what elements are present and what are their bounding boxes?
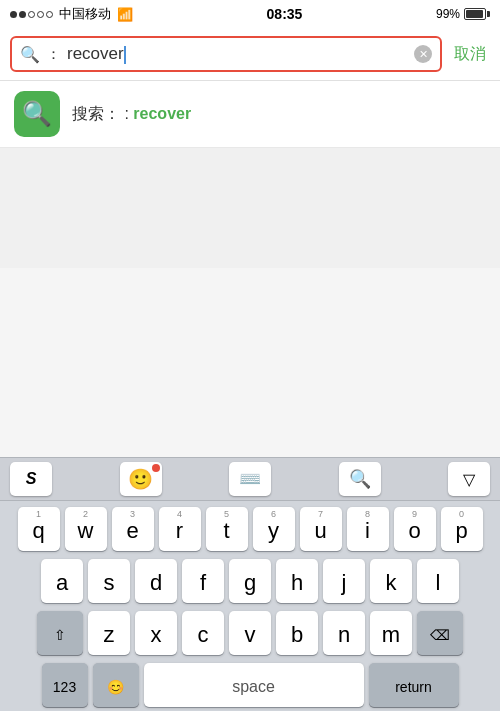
suggestion-icon-box: 🔍 (14, 91, 60, 137)
keyboard-switch-icon: ⌨️ (239, 468, 261, 490)
key-z[interactable]: z (88, 611, 130, 655)
search-text-value: recover (67, 44, 124, 63)
key-s[interactable]: s (88, 559, 130, 603)
hide-keyboard-button[interactable]: ▽ (448, 462, 490, 496)
key-i[interactable]: 8i (347, 507, 389, 551)
key-q[interactable]: 1q (18, 507, 60, 551)
key-x[interactable]: x (135, 611, 177, 655)
dot-1 (10, 11, 17, 18)
key-row-3: ⇧ z x c v b n m ⌫ (3, 611, 497, 655)
key-row-1: 1q 2w 3e 4r 5t 6y 7u 8i 9o 0p (3, 507, 497, 551)
sogou-button[interactable]: S (10, 462, 52, 496)
emoji-icon: 🙂 (128, 467, 153, 491)
suggestion-prefix: 搜索： (72, 105, 120, 122)
key-j[interactable]: j (323, 559, 365, 603)
status-right: 99% (436, 7, 490, 21)
key-r[interactable]: 4r (159, 507, 201, 551)
emoji-badge (152, 464, 160, 472)
clear-button[interactable]: ✕ (414, 45, 432, 63)
suggestion-colon: : (120, 105, 133, 122)
suggestion-item[interactable]: 🔍 搜索： : recover (0, 81, 500, 148)
key-return[interactable]: return (369, 663, 459, 707)
key-w[interactable]: 2w (65, 507, 107, 551)
key-row-2: a s d f g h j k l (3, 559, 497, 603)
cancel-button[interactable]: 取消 (450, 44, 490, 65)
search-input-text[interactable]: recover (67, 44, 408, 64)
suggestion-text: 搜索： : recover (72, 104, 191, 125)
key-f[interactable]: f (182, 559, 224, 603)
key-emoji[interactable]: 😊 (93, 663, 139, 707)
emoji-button[interactable]: 🙂 (120, 462, 162, 496)
search-toolbar-icon: 🔍 (349, 468, 371, 490)
key-h[interactable]: h (276, 559, 318, 603)
battery-fill (466, 10, 483, 18)
battery-icon (464, 8, 490, 20)
search-icon: 🔍 (20, 45, 40, 64)
status-bar: 中国移动 📶 08:35 99% (0, 0, 500, 28)
battery-percent: 99% (436, 7, 460, 21)
key-c[interactable]: c (182, 611, 224, 655)
key-p[interactable]: 0p (441, 507, 483, 551)
dot-4 (37, 11, 44, 18)
battery-tip (487, 11, 490, 17)
dot-3 (28, 11, 35, 18)
key-u[interactable]: 7u (300, 507, 342, 551)
sogou-icon: S (26, 470, 37, 488)
key-row-4: 123 😊 space return (3, 663, 497, 707)
search-input-wrapper[interactable]: 🔍 ： recover ✕ (10, 36, 442, 72)
key-o[interactable]: 9o (394, 507, 436, 551)
key-shift[interactable]: ⇧ (37, 611, 83, 655)
dot-2 (19, 11, 26, 18)
suggestion-area: 🔍 搜索： : recover (0, 81, 500, 148)
main-content-area (0, 148, 500, 268)
keyboard-switch-button[interactable]: ⌨️ (229, 462, 271, 496)
key-k[interactable]: k (370, 559, 412, 603)
key-g[interactable]: g (229, 559, 271, 603)
key-delete[interactable]: ⌫ (417, 611, 463, 655)
search-colon: ： (46, 45, 61, 64)
suggestion-search-icon: 🔍 (22, 100, 52, 128)
search-bar-area: 🔍 ： recover ✕ 取消 (0, 28, 500, 81)
key-n[interactable]: n (323, 611, 365, 655)
search-toolbar-button[interactable]: 🔍 (339, 462, 381, 496)
key-m[interactable]: m (370, 611, 412, 655)
key-d[interactable]: d (135, 559, 177, 603)
key-a[interactable]: a (41, 559, 83, 603)
key-space[interactable]: space (144, 663, 364, 707)
key-l[interactable]: l (417, 559, 459, 603)
dot-5 (46, 11, 53, 18)
wifi-icon: 📶 (117, 7, 133, 22)
key-t[interactable]: 5t (206, 507, 248, 551)
keyboard-area: S 🙂 ⌨️ 🔍 ▽ 1q 2w 3e 4r 5t 6y 7u 8i (0, 457, 500, 711)
key-b[interactable]: b (276, 611, 318, 655)
suggestion-keyword: recover (133, 105, 191, 122)
signal-dots (10, 11, 53, 18)
keyboard-toolbar: S 🙂 ⌨️ 🔍 ▽ (0, 457, 500, 501)
carrier-label: 中国移动 (59, 5, 111, 23)
key-numbers[interactable]: 123 (42, 663, 88, 707)
key-y[interactable]: 6y (253, 507, 295, 551)
hide-keyboard-icon: ▽ (463, 470, 475, 489)
key-v[interactable]: v (229, 611, 271, 655)
keyboard-keys: 1q 2w 3e 4r 5t 6y 7u 8i 9o 0p a s d f g … (0, 501, 500, 711)
cursor (124, 46, 126, 64)
key-e[interactable]: 3e (112, 507, 154, 551)
battery-body (464, 8, 486, 20)
status-left: 中国移动 📶 (10, 5, 133, 23)
time-display: 08:35 (267, 6, 303, 22)
